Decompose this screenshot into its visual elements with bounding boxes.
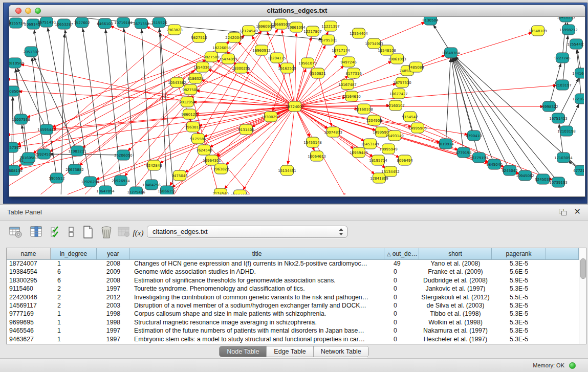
graph-node[interactable]: 10739193	[549, 177, 568, 187]
graph-node[interactable]: 8177316	[345, 68, 362, 78]
graph-node[interactable]: 12554404	[350, 28, 368, 38]
graph-node[interactable]: 22420046	[225, 32, 244, 42]
graph-node[interactable]: 6772195	[573, 165, 584, 176]
graph-node[interactable]: 16064613	[308, 151, 326, 161]
graph-node[interactable]: 5905512	[49, 173, 64, 183]
table-row[interactable]: 1456911722003Disruption of a novel membe…	[7, 301, 579, 310]
network-svg[interactable]: 1435572420691406167514101065328715276026…	[9, 17, 584, 194]
graph-node[interactable]: 9245042	[502, 165, 517, 176]
graph-node[interactable]: 9827509	[203, 52, 219, 62]
graph-node[interactable]: 8186328	[187, 73, 203, 83]
tab-node-table[interactable]: Node Table	[220, 346, 267, 357]
table-row[interactable]: 946362711997Embryonic stem cells: a mode…	[7, 335, 579, 343]
float-panel-icon[interactable]	[559, 209, 567, 215]
graph-node[interactable]: 18195714	[369, 155, 387, 165]
graph-node[interactable]: 18300295	[232, 63, 250, 73]
graph-node[interactable]: 7485084	[408, 62, 424, 72]
graph-node[interactable]: 8096494	[397, 155, 413, 165]
graph-node[interactable]: 11221397	[321, 21, 340, 31]
graph-node[interactable]: 7963812	[185, 122, 201, 132]
graph-node[interactable]: 19561073	[298, 58, 317, 68]
column-header-short[interactable]: short	[419, 248, 492, 260]
graph-node[interactable]: 15608136	[9, 165, 23, 176]
graph-node[interactable]: 9242848	[146, 160, 162, 170]
graph-node[interactable]: 11275466	[127, 187, 145, 194]
graph-node[interactable]: 9175585	[190, 134, 206, 144]
graph-node[interactable]: 15134451	[278, 165, 296, 176]
graph-node[interactable]: 15453148	[303, 137, 322, 147]
graph-node[interactable]: 18757510	[393, 77, 411, 87]
graph-node[interactable]: 15998212	[559, 25, 578, 35]
graph-node[interactable]: 14355724	[9, 18, 25, 28]
graph-node[interactable]: 20673882	[66, 164, 84, 174]
unselect-rows-icon[interactable]	[64, 225, 79, 240]
graph-node[interactable]: 20810560	[9, 58, 24, 68]
graph-node[interactable]: 13204175	[268, 53, 286, 63]
graph-node[interactable]: 14595443	[37, 124, 56, 135]
graph-node[interactable]: 9550821	[310, 68, 325, 78]
graph-node[interactable]: 7963822	[213, 164, 229, 174]
graph-node[interactable]: 8912954	[179, 97, 195, 107]
graph-node[interactable]: 17216460	[572, 94, 584, 104]
graph-node[interactable]: 16162519	[278, 63, 296, 73]
graph-node[interactable]: 16751413	[549, 113, 568, 123]
select-column-icon[interactable]	[29, 225, 43, 240]
column-header-title[interactable]: title	[130, 248, 384, 260]
graph-node[interactable]: 7624540	[196, 145, 212, 155]
table-vertical-scrollbar[interactable]	[579, 248, 586, 344]
graph-node[interactable]: 8130504	[422, 17, 439, 25]
graph-node[interactable]: 9131405	[238, 124, 254, 135]
graph-node[interactable]: 10647894	[96, 186, 115, 194]
table-row[interactable]: 1872400712008Changes of HCN gene express…	[7, 259, 579, 268]
graph-node[interactable]: 7124540	[212, 188, 228, 194]
graph-node[interactable]: 11548109	[529, 26, 547, 36]
graph-node[interactable]: 6466100	[97, 18, 113, 29]
column-header-year[interactable]: year	[97, 248, 130, 260]
select-all-icon[interactable]	[49, 225, 63, 240]
graph-node[interactable]: 19404256	[142, 180, 161, 190]
graph-node[interactable]: 14416460	[572, 68, 584, 78]
table-row[interactable]: 969969511998Structural magnetic resonanc…	[7, 318, 579, 326]
column-header-name[interactable]: name	[7, 248, 51, 260]
column-header-out-degree[interactable]: △out_de…	[384, 248, 419, 260]
scrollbar-thumb[interactable]	[580, 258, 586, 279]
table-row[interactable]: 911546021997Tourette syndrome. Phenomeno…	[7, 285, 579, 293]
graph-node[interactable]: 12103198	[557, 126, 576, 136]
table-selector-dropdown[interactable]: citations_edges.txt	[147, 226, 347, 238]
graph-node[interactable]: 9154547	[402, 112, 418, 122]
graph-node[interactable]: 9860123	[181, 109, 197, 119]
graph-node[interactable]: 12160108	[355, 104, 373, 114]
graph-node[interactable]: 15998322	[540, 101, 558, 112]
trash-icon[interactable]	[99, 225, 114, 240]
graph-node[interactable]: 10677427	[389, 89, 408, 99]
graph-node[interactable]: 4671358	[133, 18, 149, 29]
graph-node[interactable]: 12217807	[303, 26, 322, 36]
graph-node[interactable]: 16959443	[350, 147, 368, 158]
table-row[interactable]: 2242004622012Investigating the contribut…	[7, 293, 579, 301]
table-row[interactable]: 1938455462009Genome-wide association stu…	[7, 268, 579, 276]
graph-node[interactable]: 7963823	[166, 25, 182, 35]
close-panel-icon[interactable]: ✕	[574, 207, 581, 216]
graph-node[interactable]: 12124549	[239, 26, 258, 36]
graph-node[interactable]: 8790410	[466, 130, 482, 141]
graph-node[interactable]: 12554401	[567, 39, 584, 49]
graph-node[interactable]: 7515526	[151, 17, 167, 28]
graph-node[interactable]: 9827510	[191, 32, 207, 42]
graph-node[interactable]: 11007538	[12, 114, 30, 124]
graph-node[interactable]: 13164610	[342, 91, 361, 101]
column-header-pagerank[interactable]: pagerank	[492, 248, 546, 260]
tab-edge-table[interactable]: Edge Table	[267, 346, 313, 357]
tab-network-table[interactable]: Network Table	[314, 346, 368, 357]
graph-node[interactable]: 7204903	[366, 115, 382, 125]
graph-node[interactable]: 16960912	[252, 45, 271, 55]
graph-node[interactable]: 18410275	[557, 17, 575, 22]
graph-node[interactable]: 21926974	[112, 176, 130, 186]
graph-node[interactable]: 9227745	[554, 53, 570, 63]
network-window-titlebar[interactable]: citations_edges.txt	[9, 5, 585, 17]
new-document-icon[interactable]	[81, 225, 95, 240]
graph-node[interactable]: 16648784	[442, 48, 460, 58]
graph-node[interactable]: 25206050	[114, 150, 133, 160]
table-row[interactable]: 1830029562008Estimation of significance …	[7, 276, 579, 285]
graph-node[interactable]: 17103054	[554, 152, 573, 163]
function-builder-icon[interactable]: f(x)	[131, 225, 145, 240]
